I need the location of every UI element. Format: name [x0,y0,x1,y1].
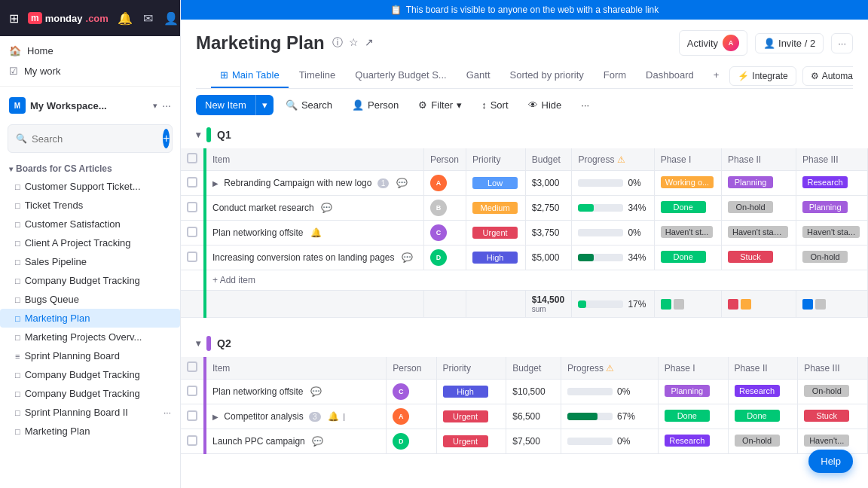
tab-add[interactable]: + [704,63,729,88]
row-phase1[interactable]: Haven't st... [654,221,721,246]
board-more-button[interactable]: ··· [831,33,853,53]
tab-timeline[interactable]: Timeline [290,63,345,88]
row-phase2[interactable]: On-hold [728,429,798,454]
add-item-label[interactable]: + Add item [205,270,868,291]
tab-dashboard[interactable]: Dashboard [637,63,703,88]
sidebar-item-client-a[interactable]: □ Client A Project Tracking [0,233,180,252]
row-phase2[interactable]: Haven't start... [722,221,796,246]
add-button[interactable]: + [163,129,170,148]
row-phase1[interactable]: Done [654,196,721,221]
row-phase1[interactable]: Done [654,246,721,270]
row-expand-icon[interactable]: ▶ [212,413,219,421]
row-phase3[interactable]: Research [796,171,868,196]
activity-button[interactable]: Activity A [679,30,747,56]
notification-icon[interactable]: 🔔 [328,411,339,422]
row-phase3[interactable]: Haven't sta... [796,221,868,246]
sidebar-item-mywork[interactable]: ☑ My work [0,61,180,81]
row-priority[interactable]: Urgent [436,404,506,429]
tab-gantt[interactable]: Gantt [457,63,500,88]
person-button[interactable]: 👤 Person [344,96,406,114]
row-priority[interactable]: Urgent [436,429,506,454]
sidebar-item-company-budget-2[interactable]: □ Company Budget Tracking [0,365,180,384]
row-priority[interactable]: Urgent [466,221,526,246]
sidebar-item-ticket-trends[interactable]: □ Ticket Trends [0,196,180,215]
sidebar-item-marketing-plan-2[interactable]: □ Marketing Plan [0,422,180,441]
comment-icon[interactable]: 💬 [321,203,332,213]
comment-icon[interactable]: 💬 [310,386,322,397]
select-all-checkbox[interactable] [187,153,197,163]
info-icon[interactable]: ⓘ [332,36,343,50]
invite-icon[interactable]: 👤 [164,11,179,26]
row-phase2[interactable]: Research [728,380,798,404]
sidebar-item-sales-pipeline[interactable]: □ Sales Pipeline [0,252,180,271]
workspace-header[interactable]: M My Workspace... ▾ ··· [0,91,180,120]
automate-button[interactable]: ⚙ Automate [802,66,853,86]
group-q1-arrow[interactable]: ▾ [196,130,200,140]
row-checkbox[interactable] [181,171,205,196]
add-item-row[interactable]: + Add item [181,270,868,291]
boards-section-header[interactable]: ▾ Boards for CS Articles [0,160,180,177]
new-item-button[interactable]: New Item ▾ [196,95,274,115]
share-icon[interactable]: ↗ [365,36,374,50]
bell-icon[interactable]: 🔔 [118,11,133,26]
row-phase1[interactable]: Done [658,404,728,429]
row-checkbox[interactable] [181,429,205,454]
sort-button[interactable]: ↕ Sort [474,96,515,114]
row-priority[interactable]: High [436,380,506,404]
row-phase3[interactable]: On-hold [798,380,868,404]
comment-icon[interactable]: 💬 [402,252,413,263]
sidebar-item-company-budget[interactable]: □ Company Budget Tracking [0,271,180,290]
row-phase3[interactable]: On-hold [796,246,868,270]
row-phase2[interactable]: On-hold [722,196,796,221]
invite-button[interactable]: 👤 Invite / 2 [755,33,824,53]
row-priority[interactable]: Low [466,171,526,196]
row-checkbox[interactable] [181,404,205,429]
hide-button[interactable]: 👁 Hide [521,96,570,114]
message-icon[interactable]: ✉ [143,11,153,26]
more-options-button[interactable]: ··· [573,96,597,114]
new-item-dropdown-icon[interactable]: ▾ [255,95,274,115]
tab-main-table[interactable]: ⊞ Main Table [211,63,289,88]
tab-quarterly-budget[interactable]: Quarterly Budget S... [346,63,455,88]
search-input[interactable] [32,133,158,145]
select-all-checkbox[interactable] [187,361,197,372]
row-checkbox[interactable] [181,380,205,404]
sidebar-item-marketing-plan[interactable]: □ Marketing Plan [0,309,180,328]
star-icon[interactable]: ☆ [349,36,359,50]
sidebar-item-company-budget-3[interactable]: □ Company Budget Tracking [0,384,180,403]
row-phase2[interactable]: Planning [722,171,796,196]
sidebar-item-more-icon[interactable]: ··· [164,407,171,418]
row-phase1[interactable]: Research [658,429,728,454]
row-phase2[interactable]: Done [728,404,798,429]
row-priority[interactable]: High [466,246,526,270]
row-phase2[interactable]: Stuck [722,246,796,270]
comment-icon[interactable]: 💬 [312,436,323,447]
sidebar-item-sprint-planning[interactable]: ≡ Sprint Planning Board [0,346,180,365]
row-priority[interactable]: Medium [466,196,526,221]
notification-icon[interactable]: 🔔 [310,227,322,238]
sidebar-item-sprint-planning-2[interactable]: □ Sprint Planning Board II ··· [0,403,180,422]
grid-icon[interactable]: ⊞ [9,11,19,26]
search-button[interactable]: 🔍 Search [278,96,340,114]
tab-sorted-priority[interactable]: Sorted by priority [501,63,593,88]
row-phase1[interactable]: Planning [658,380,728,404]
sidebar-item-customer-support[interactable]: □ Customer Support Ticket... [0,177,180,196]
tab-form[interactable]: Form [594,63,635,88]
row-expand-icon[interactable]: ▶ [212,179,219,188]
integrate-button[interactable]: ⚡ Integrate [729,66,796,86]
help-button[interactable]: Help [808,450,853,473]
row-checkbox[interactable] [181,221,205,246]
sidebar-item-marketing-projects[interactable]: □ Marketing Projects Overv... [0,328,180,346]
row-phase1[interactable]: Working o... [654,171,721,196]
row-checkbox[interactable] [181,246,205,270]
row-phase3[interactable]: Planning [796,196,868,221]
workspace-more-icon[interactable]: ··· [162,99,171,111]
sidebar-search-box[interactable]: 🔍 + [8,124,173,153]
sidebar-item-customer-satisfaction[interactable]: □ Customer Satisfaction [0,215,180,233]
sidebar-item-bugs-queue[interactable]: □ Bugs Queue [0,290,180,309]
comment-icon[interactable]: 💬 [396,178,408,188]
filter-button[interactable]: ⚙ Filter ▾ [411,96,469,114]
row-phase3[interactable]: Stuck [798,404,868,429]
sidebar-item-home[interactable]: 🏠 Home [0,41,180,61]
row-checkbox[interactable] [181,196,205,221]
